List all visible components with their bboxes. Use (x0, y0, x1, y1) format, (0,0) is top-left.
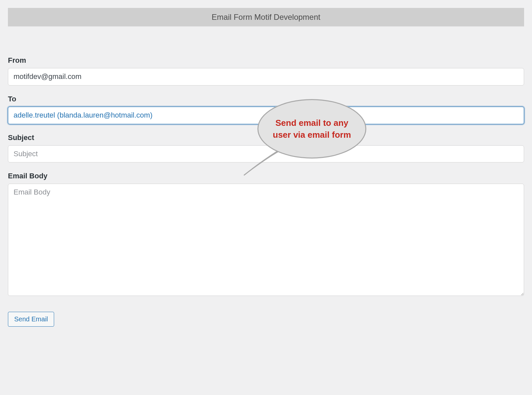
email-body-label: Email Body (8, 172, 524, 180)
callout-bubble: Send email to any user via email form (257, 99, 366, 159)
send-email-button[interactable]: Send Email (8, 312, 54, 327)
to-label: To (8, 95, 524, 103)
page-title: Email Form Motif Development (212, 13, 320, 22)
page-header: Email Form Motif Development (8, 8, 524, 26)
email-body-textarea[interactable] (8, 184, 524, 296)
callout-text: Send email to any user via email form (268, 117, 356, 141)
from-input[interactable] (8, 68, 524, 86)
subject-input[interactable] (8, 145, 524, 163)
from-label: From (8, 56, 524, 65)
